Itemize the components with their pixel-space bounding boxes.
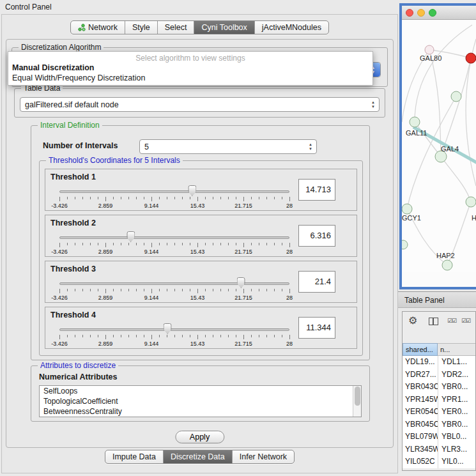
table-row[interactable]: YPR145WYPR1... (403, 394, 475, 406)
table-cell[interactable]: YER0... (438, 406, 475, 418)
slider-tick (174, 243, 175, 245)
table-cell[interactable]: YIL052C (403, 456, 438, 468)
network-node[interactable] (402, 204, 412, 214)
network-canvas[interactable]: GAL80GAL11GAL4GCY1HAP2H (402, 20, 476, 272)
tick-label: 21.715 (234, 249, 252, 255)
scrollbar-thumb[interactable] (355, 387, 360, 406)
slider-tick (251, 335, 252, 337)
table-row[interactable]: YLR345WYLR3... (403, 443, 475, 456)
table-cell[interactable]: YBR0... (438, 418, 475, 431)
numerical-attributes-label: Numerical Attributes (39, 372, 117, 381)
tick-label: 9.144 (144, 249, 159, 255)
network-node[interactable] (442, 260, 452, 270)
slider-track[interactable] (59, 236, 289, 239)
top-tab-segment: NetworkStyleSelectCyni ToolboxjActiveMNo… (70, 20, 329, 35)
select-all-columns-icon[interactable]: ☑☑ (447, 318, 456, 324)
table-cell[interactable]: YIL0... (438, 456, 475, 468)
slider-tick (159, 289, 160, 291)
column-header-shared[interactable]: shared... (403, 343, 438, 356)
table-cell[interactable]: YBR0... (438, 381, 475, 394)
minimize-traffic-light-icon[interactable] (417, 9, 425, 17)
threshold-value-field[interactable]: 6.316 (298, 225, 335, 247)
list-item[interactable]: SelfLoops (40, 386, 361, 396)
threshold-slider[interactable]: -3.4262.8599.14415.4321.71528 (59, 323, 289, 348)
network-node[interactable] (466, 197, 476, 207)
dropdown-option-manual-discretization[interactable]: Manual Discretization (8, 63, 372, 73)
slider-thumb[interactable] (237, 277, 245, 288)
network-window-titlebar[interactable] (402, 6, 476, 20)
network-node[interactable] (410, 117, 420, 127)
table-cell[interactable]: YPR145W (403, 394, 438, 406)
table-data-combobox[interactable]: galFiltered.sif default node ▲▼ (20, 97, 380, 112)
network-node-highlighted[interactable] (466, 53, 476, 63)
slider-tick (59, 335, 60, 339)
slider-tick (113, 335, 114, 337)
table-cell[interactable]: YDR27... (403, 369, 438, 381)
tab-discretize-data[interactable]: Discretize Data (163, 450, 232, 463)
slider-thumb[interactable] (188, 185, 196, 196)
slider-track[interactable] (59, 328, 289, 331)
gear-icon[interactable]: ⚙ (408, 314, 417, 326)
combo-stepper-icon[interactable]: ▲▼ (368, 98, 378, 111)
table-cell[interactable]: YBL079W (403, 431, 438, 443)
threshold-slider[interactable]: -3.4262.8599.14415.4321.71528 (59, 185, 289, 210)
table-cell[interactable]: YLR345W (403, 443, 438, 456)
table-cell[interactable]: YLR3... (438, 443, 475, 456)
tab-jactivemnodules[interactable]: jActiveMNodules (254, 21, 328, 34)
slider-tick (98, 335, 98, 337)
table-cell[interactable]: YDL19... (403, 356, 438, 369)
dropdown-option-equal-width-frequency[interactable]: Equal Width/Frequency Discretization (8, 73, 372, 83)
list-scrollbar[interactable] (353, 386, 361, 417)
slider-thumb[interactable] (127, 231, 135, 242)
combo-stepper-icon[interactable]: ▲▼ (305, 141, 316, 153)
column-manager-icon[interactable] (429, 318, 438, 325)
slider-tick (67, 197, 68, 199)
zoom-traffic-light-icon[interactable] (429, 9, 436, 17)
slider-tick (121, 243, 121, 245)
threshold-value-field[interactable]: 21.4 (298, 271, 335, 293)
table-row[interactable]: YER054CYER0... (403, 406, 475, 418)
threshold-slider[interactable]: -3.4262.8599.14415.4321.71528 (59, 231, 289, 256)
unselect-columns-icon[interactable]: ☑☑ (461, 318, 470, 324)
column-header-name[interactable]: n... (438, 343, 475, 356)
table-row[interactable]: YBR043CYBR0... (403, 381, 475, 394)
table-row[interactable]: YDL19...YDL1... (403, 356, 475, 369)
table-cell[interactable]: YBL0... (438, 431, 475, 443)
slider-tick (220, 197, 221, 199)
tab-style[interactable]: Style (125, 21, 157, 34)
network-node[interactable] (451, 91, 461, 102)
apply-button[interactable]: Apply (175, 431, 224, 443)
threshold-value-field[interactable]: 14.713 (298, 179, 335, 201)
table-row[interactable]: YBL079WYBL0... (403, 431, 475, 443)
table-cell[interactable]: YDL1... (438, 356, 475, 369)
list-item[interactable]: TopologicalCoefficient (40, 396, 361, 406)
threshold-value-field[interactable]: 11.344 (298, 317, 335, 339)
table-row[interactable]: YBR045CYBR0... (403, 418, 475, 431)
table-cell[interactable]: YBR045C (403, 418, 438, 431)
table-cell[interactable]: YER054C (403, 406, 438, 418)
network-node[interactable] (402, 240, 408, 249)
list-item[interactable]: BetweennessCentrality (40, 406, 361, 417)
network-node[interactable] (425, 45, 434, 54)
slider-tick (90, 197, 91, 199)
tab-impute-data[interactable]: Impute Data (105, 450, 163, 463)
table-row[interactable]: YIL052CYIL0... (403, 456, 475, 468)
threshold-slider[interactable]: -3.4262.8599.14415.4321.71528 (59, 277, 289, 302)
number-of-intervals-combobox[interactable]: 5 ▲▼ (139, 139, 317, 154)
table-cell[interactable]: YBR043C (403, 381, 438, 394)
slider-track[interactable] (59, 282, 289, 285)
tab-cyni-toolbox[interactable]: Cyni Toolbox (194, 21, 254, 34)
tab-infer-network[interactable]: Infer Network (232, 450, 294, 463)
slider-tick (167, 197, 167, 199)
slider-thumb[interactable] (164, 323, 172, 334)
tab-network[interactable]: Network (71, 21, 125, 34)
slider-tick (236, 289, 236, 291)
table-row[interactable]: YDR27...YDR2... (403, 369, 475, 381)
tab-select[interactable]: Select (157, 21, 194, 34)
table-cell[interactable]: YPR1... (438, 394, 475, 406)
node-label: GCY1 (402, 214, 421, 222)
close-traffic-light-icon[interactable] (406, 9, 413, 17)
table-cell[interactable]: YDR2... (438, 369, 475, 381)
numerical-attributes-list[interactable]: SelfLoopsTopologicalCoefficientBetweenne… (39, 385, 362, 417)
slider-track[interactable] (59, 190, 289, 193)
